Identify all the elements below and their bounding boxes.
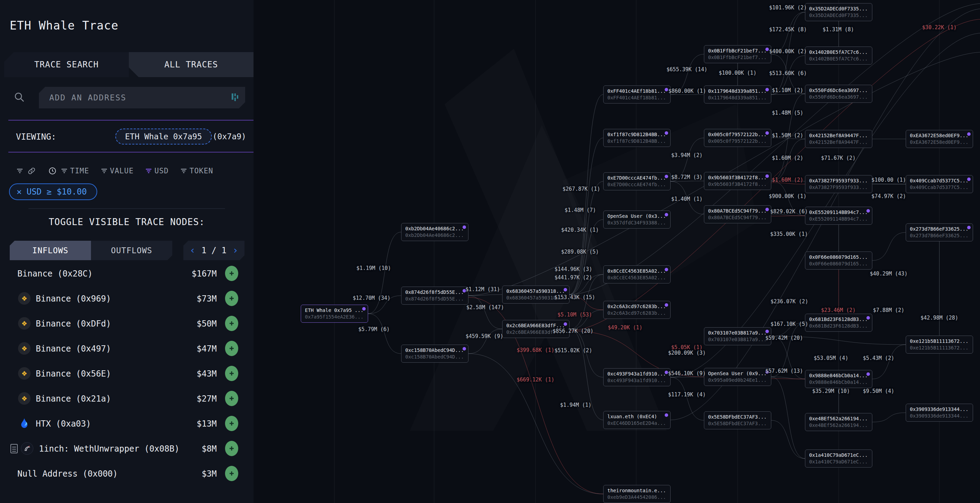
graph-node[interactable]: OpenSea User (0x3...0x357dfdC34F93388... xyxy=(603,210,671,229)
graph-node[interactable]: 0x8CcEC4563E85A02...0x8CcEC4563E85A02... xyxy=(603,266,671,283)
app-window: ETH Whale 0x7a95 ...0x7a95f1554eA2E36...… xyxy=(0,0,980,503)
list-item-label[interactable]: Binance (0x21a) xyxy=(36,394,111,404)
graph-node[interactable]: 0xe121b5B11113672...0xe121b5B11113672... xyxy=(906,336,973,353)
graph-node[interactable]: 0x550Fd6Dc6ea3697...0x550Fd6Dc6ea3697... xyxy=(805,85,872,103)
graph-node[interactable]: 0x1a410C79aD671eC...0x1a410C79aD671eC... xyxy=(805,449,872,468)
value-filter-label[interactable]: VALUE xyxy=(110,167,134,175)
edge-amount-label: $101.96K (2) xyxy=(769,5,807,11)
edge-amount-label: $399.68K (1) xyxy=(517,347,554,353)
chip-close-icon[interactable]: ✕ xyxy=(17,187,22,197)
node-status-dot xyxy=(765,174,769,178)
edge-amount-label: $30.22K (1) xyxy=(922,24,956,30)
add-node-button[interactable] xyxy=(225,366,238,381)
add-node-button[interactable] xyxy=(225,316,238,331)
edge-amount-label: $1.31M (8) xyxy=(822,26,854,33)
edge-amount-label: $7.88M (2) xyxy=(873,307,904,314)
graph-node[interactable]: 0xE7D00cccAE474fb...0xE7D00cccAE474fb... xyxy=(603,172,671,190)
list-item-label[interactable]: Binance (0x56E) xyxy=(36,369,111,379)
node-address-sub: 0x9888e846bCb0a14... xyxy=(809,379,869,385)
graph-node[interactable]: 0x0B1FfbBcF21bef7...0x0B1FfbBcF21bef7... xyxy=(704,45,771,63)
edge-amount-label: $459.59K (9) xyxy=(466,333,503,339)
edge-amount-label: $267.87K (1) xyxy=(563,186,600,192)
graph-node[interactable]: 0x35D2ADECd0F7335...0x35D2ADECd0F7335... xyxy=(805,3,872,21)
add-node-button[interactable] xyxy=(225,466,238,481)
graph-node[interactable]: 0x874d26f8f5dD55E...0x874d26f8f5dD55E... xyxy=(401,287,468,305)
node-address-sub: 0x1a410C79aD671eC... xyxy=(809,458,869,465)
clock-icon[interactable] xyxy=(48,167,57,175)
graph-node[interactable]: 0xFF401c4AEf18b81...0xFF401c4AEf18b81... xyxy=(603,86,671,103)
node-address-sub: 0x5E58DFbdEC37AF3... xyxy=(708,420,767,427)
add-node-button[interactable] xyxy=(225,416,238,431)
graph-node[interactable]: 0xE55209114BB94c7...0xE55209114BB94c7... xyxy=(805,207,872,225)
graph-node[interactable]: 0x1179648d339a851...0x1179648d339a851... xyxy=(704,86,771,103)
usd-threshold-chip[interactable]: ✕ USD ≥ $10.00 xyxy=(9,183,97,200)
list-item-label[interactable]: Null Address (0x000) xyxy=(18,469,118,479)
outflows-tab[interactable]: OUTFLOWS xyxy=(91,241,172,260)
next-page-icon[interactable]: › xyxy=(232,245,238,255)
node-address-sub: 0x3909336de913344... xyxy=(910,413,969,419)
usd-filter-icon[interactable] xyxy=(145,167,153,175)
node-status-dot xyxy=(867,209,870,213)
viewing-address-pill[interactable]: ETH Whale 0x7a95 xyxy=(115,129,212,145)
node-address-sub: 0x2c6A3cd97c6283b... xyxy=(608,310,667,317)
graph-node[interactable]: 0x5E58DFbdEC37AF3...0x5E58DFbdEC37AF3... xyxy=(704,411,771,429)
usd-filter-label[interactable]: USD xyxy=(154,167,169,175)
graph-node[interactable]: 0x42152Bef8A9447F...0x42152Bef8A9447F... xyxy=(805,130,872,148)
add-node-button[interactable] xyxy=(225,441,238,456)
paste-icon[interactable] xyxy=(231,93,240,102)
graph-node[interactable]: 0xc158B70AbedC94D...0xc158B70AbedC94D... xyxy=(401,345,468,363)
node-status-dot xyxy=(463,347,466,350)
graph-node[interactable]: 0xEA3672E58ed0EF9...0xEA3672E58ed0EF9... xyxy=(906,130,973,148)
list-item-label[interactable]: 1inch: WethUnwrapper (0x08B) xyxy=(39,444,180,454)
graph-node[interactable]: 0xA73827F9593f933...0xA73827F9593f933... xyxy=(805,175,872,193)
list-item-label[interactable]: Binance (0xDFd) xyxy=(36,319,111,329)
graph-node[interactable]: OpenSea User (0x9...0x995a09ed0b24Ee1... xyxy=(704,368,771,386)
tab-trace-search[interactable]: TRACE SEARCH xyxy=(4,52,129,77)
graph-node[interactable]: 0x005c0f79572122b...0x005c0f79572122b... xyxy=(704,129,771,147)
graph-node[interactable]: 0xf1f87c9D812B4BB...0xf1f87c9D812B4BB... xyxy=(603,129,671,147)
graph-node[interactable]: 0x1402B0E5fA7C7c6...0x1402B0E5fA7C7c6... xyxy=(805,46,872,65)
graph-node[interactable]: 0x681Bd23F6128dB3...0x681Bd23F6128dB3... xyxy=(805,314,872,332)
graph-node[interactable]: 0x2c6A3cd97c6283b...0x2c6A3cd97c6283b... xyxy=(603,301,671,319)
binance-icon: ❖ xyxy=(18,317,30,329)
graph-node[interactable]: theironmountain.e...0xeb9eD3A44542086... xyxy=(603,485,671,503)
graph-node[interactable]: 0x0F66e086079d165...0x0F66e086079d165... xyxy=(805,252,872,269)
edge-amount-label: $1.19M (10) xyxy=(356,265,391,271)
graph-node[interactable]: 0x9b5603f3B4172f8...0x9b5603f3B4172f8... xyxy=(704,172,771,190)
prev-page-icon[interactable]: ‹ xyxy=(189,245,196,255)
filter-icon[interactable] xyxy=(16,167,24,175)
time-filter-icon[interactable] xyxy=(60,167,68,175)
add-node-button[interactable] xyxy=(225,266,238,281)
graph-node[interactable]: 0x273d7B66eF33625...0x273d7B66eF33625... xyxy=(906,223,973,242)
tab-all-traces[interactable]: ALL TRACES xyxy=(129,52,253,77)
edge-amount-label: $117.19K (4) xyxy=(668,392,706,398)
list-item-label[interactable]: Binance (0x28C) xyxy=(18,269,93,279)
time-filter-label[interactable]: TIME xyxy=(70,167,89,175)
link-icon[interactable] xyxy=(27,167,36,175)
graph-node[interactable]: 0x409Ccab7d5377C5...0x409Ccab7d5377C5... xyxy=(906,175,973,193)
list-item-label[interactable]: Binance (0x497) xyxy=(36,344,111,353)
token-filter-icon[interactable] xyxy=(180,167,188,175)
list-item-label[interactable]: Binance (0x969) xyxy=(36,294,111,304)
graph-node[interactable]: 0xe4BEf562a266194...0xe4BEf562a266194... xyxy=(805,413,872,431)
node-address: 0xE55209114BB94c7... xyxy=(809,209,869,216)
graph-node[interactable]: 0xc493F943a1fd910...0xc493F943a1fd910... xyxy=(603,368,671,386)
graph-node[interactable]: 0x9888e846bCb0a14...0x9888e846bCb0a14... xyxy=(805,370,872,388)
node-address: OpenSea User (0x3... xyxy=(608,213,667,220)
graph-node[interactable]: ETH Whale 0x7a95 ...0x7a95f1554eA2E36... xyxy=(301,305,368,323)
node-status-dot xyxy=(967,178,970,181)
edge-amount-label: $71.67K (2) xyxy=(821,155,855,161)
add-node-button[interactable] xyxy=(225,341,238,356)
address-search-input[interactable] xyxy=(39,87,245,108)
graph-node[interactable]: 0x703107e03B817a9...0x703107e03B817a9... xyxy=(704,327,771,345)
graph-node[interactable]: 0xb2Db04Ae40686c2...0xb2Db04Ae40686c2... xyxy=(401,223,468,241)
value-filter-icon[interactable] xyxy=(100,167,108,175)
inflows-tab[interactable]: INFLOWS xyxy=(10,241,91,260)
token-filter-label[interactable]: TOKEN xyxy=(189,167,213,175)
list-item-label[interactable]: HTX (0xa03) xyxy=(36,419,91,429)
add-node-button[interactable] xyxy=(225,291,238,306)
graph-node[interactable]: 0x3909336de913344...0x3909336de913344... xyxy=(906,404,973,422)
add-node-button[interactable] xyxy=(225,391,238,406)
graph-node[interactable]: lxuan.eth (0xEC4)0xEC46DD165eE2D4a... xyxy=(603,411,671,429)
graph-node[interactable]: 0x80A7BCEd5C94f79...0x80A7BCEd5C94f79... xyxy=(704,205,771,223)
